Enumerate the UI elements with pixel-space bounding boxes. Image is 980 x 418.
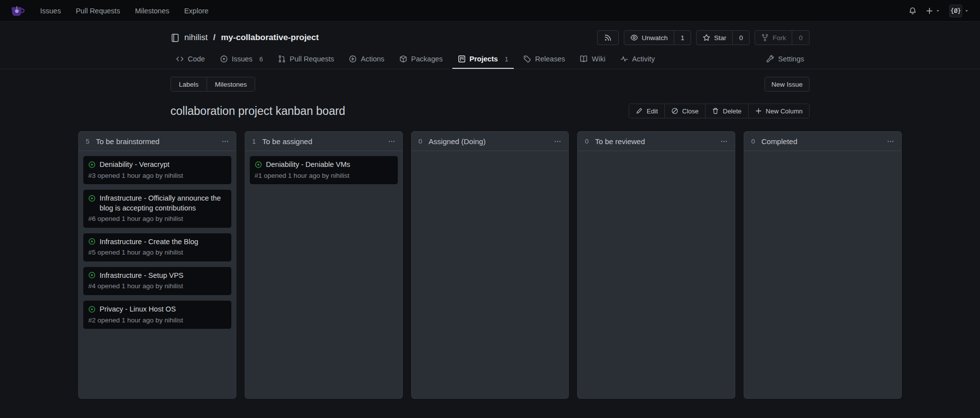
project-toolbar: Labels Milestones New Issue (170, 77, 810, 92)
tab-issues[interactable]: Issues6 (215, 50, 269, 69)
column-title: To be brainstormed (96, 137, 160, 146)
gitea-cup-logo[interactable] (9, 3, 25, 19)
kanban-column-completed: 0Completed (744, 131, 902, 399)
tab-projects[interactable]: Projects1 (452, 50, 514, 69)
card-title: Deniability - Deniable VMs (266, 160, 350, 170)
wiki-icon (580, 55, 588, 63)
tab-label: Packages (411, 55, 443, 63)
new-column-label: New Column (766, 107, 803, 115)
labels-button[interactable]: Labels (171, 77, 207, 91)
pencil-icon (636, 107, 643, 114)
issue-card[interactable]: Privacy - Linux Host OS#2 opened 1 hour … (83, 300, 232, 329)
close-label: Close (682, 107, 699, 115)
kanban-column-assigned-doing: 0Assigned (Doing) (411, 131, 569, 399)
notifications-button[interactable] (909, 7, 917, 15)
issue-card[interactable]: Infrastructure - Create the Blog#5 opene… (83, 233, 232, 262)
card-title: Infrastructure - Setup VPS (100, 271, 183, 281)
tab-label: Actions (361, 55, 384, 63)
new-column-button[interactable]: New Column (748, 104, 809, 118)
column-menu-button[interactable] (388, 138, 395, 145)
column-menu-button[interactable] (554, 138, 561, 145)
kanban-board: 5To be brainstormedDeniability - Veracry… (0, 131, 980, 399)
tab-wiki[interactable]: Wiki (574, 50, 610, 69)
issue-card[interactable]: Infrastructure - Setup VPS#4 opened 1 ho… (83, 266, 232, 296)
kebab-icon (720, 138, 728, 145)
column-card-count: 5 (86, 138, 90, 145)
board-actions: Edit Close Delete New Column (629, 104, 810, 118)
unwatch-button[interactable]: Unwatch (624, 31, 674, 45)
tab-pull-requests[interactable]: Pull Requests (272, 50, 339, 69)
milestones-button[interactable]: Milestones (207, 77, 255, 91)
tab-label: Releases (535, 55, 565, 63)
column-header: 0To be reviewed (578, 132, 735, 151)
new-issue-button[interactable]: New Issue (764, 77, 810, 92)
card-title-row: Deniability - Veracrypt (88, 160, 226, 170)
repo-title: nihilist / my-collaborative-project (170, 33, 319, 43)
card-meta: #6 opened 1 hour ago by nihilist (88, 214, 226, 223)
column-menu-button[interactable] (887, 138, 894, 145)
tab-releases[interactable]: Releases (518, 50, 570, 69)
create-new-menu[interactable] (926, 7, 940, 15)
nav-link-milestones[interactable]: Milestones (127, 7, 176, 15)
fork-icon (761, 34, 769, 42)
top-navbar: IssuesPull RequestsMilestonesExplore {Ø} (0, 0, 980, 22)
issues-icon (220, 55, 228, 63)
eye-icon (630, 34, 638, 42)
tab-activity[interactable]: Activity (615, 50, 660, 69)
rss-icon (604, 34, 612, 42)
column-cards (744, 151, 901, 398)
column-menu-button[interactable] (720, 138, 728, 145)
navbar-right: {Ø} (909, 4, 974, 17)
nav-link-pull-requests[interactable]: Pull Requests (68, 7, 127, 15)
card-title-row: Infrastructure - Create the Blog (88, 237, 226, 247)
board-header: collaboration project kanban board Edit … (170, 104, 810, 118)
tab-settings[interactable]: Settings (761, 50, 810, 69)
edit-project-button[interactable]: Edit (629, 104, 664, 118)
star-button-group: Star 0 (696, 30, 750, 45)
forks-count[interactable]: 0 (792, 31, 809, 45)
column-title: Completed (762, 137, 798, 146)
nav-link-issues[interactable]: Issues (33, 7, 68, 15)
close-project-button[interactable]: Close (664, 104, 705, 118)
issue-card[interactable]: Deniability - Veracrypt#3 opened 1 hour … (83, 156, 232, 185)
nav-link-explore[interactable]: Explore (177, 7, 216, 15)
star-icon (703, 34, 710, 42)
column-menu-button[interactable] (221, 138, 229, 145)
column-card-count: 0 (751, 138, 755, 145)
issue-card[interactable]: Infrastructure - Officially announce the… (83, 189, 232, 228)
plus-icon (926, 7, 933, 15)
rss-button[interactable] (597, 30, 619, 45)
kanban-column-to-be-brainstormed: 5To be brainstormedDeniability - Veracry… (78, 131, 236, 399)
tab-count-badge: 6 (260, 55, 263, 63)
card-title: Deniability - Veracrypt (100, 160, 169, 170)
card-meta: #2 opened 1 hour ago by nihilist (88, 316, 226, 325)
column-cards: Deniability - Deniable VMs#1 opened 1 ho… (245, 151, 402, 398)
issue-open-icon (88, 271, 96, 279)
repo-owner-link[interactable]: nihilist (184, 33, 208, 43)
tab-actions[interactable]: Actions (343, 50, 390, 69)
edit-label: Edit (647, 107, 657, 115)
watchers-count[interactable]: 1 (674, 31, 691, 45)
repo-tabs-section: CodeIssues6Pull RequestsActionsPackagesP… (0, 50, 980, 69)
card-meta: #5 opened 1 hour ago by nihilist (88, 248, 226, 257)
fork-button[interactable]: Fork (755, 31, 792, 45)
tab-packages[interactable]: Packages (394, 50, 448, 69)
stars-count[interactable]: 0 (732, 31, 750, 45)
card-title-row: Privacy - Linux Host OS (88, 305, 226, 314)
user-menu[interactable]: {Ø} (949, 4, 969, 17)
column-title: To be reviewed (595, 137, 645, 146)
star-button[interactable]: Star (697, 31, 732, 45)
bell-icon (909, 7, 917, 15)
tab-count-badge: 1 (505, 55, 508, 63)
repo-name-link[interactable]: my-collaborative-project (221, 33, 319, 43)
unwatch-label: Unwatch (642, 34, 668, 42)
packages-icon (399, 55, 407, 63)
tab-label: Settings (778, 55, 804, 63)
tab-label: Code (188, 55, 205, 63)
star-label: Star (714, 34, 726, 42)
tab-code[interactable]: Code (170, 50, 211, 69)
issue-card[interactable]: Deniability - Deniable VMs#1 opened 1 ho… (249, 156, 398, 185)
issue-open-icon (88, 195, 96, 202)
code-icon (176, 55, 184, 63)
delete-project-button[interactable]: Delete (705, 104, 748, 118)
